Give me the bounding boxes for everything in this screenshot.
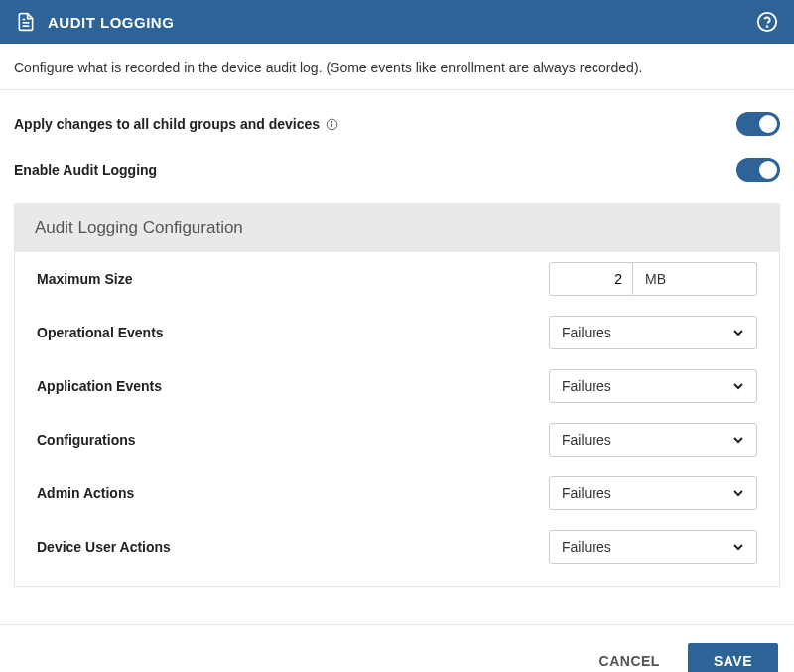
save-button[interactable]: SAVE — [688, 643, 778, 672]
header-bar: AUDIT LOGGING — [0, 0, 794, 44]
application-events-select-wrap: Failures — [549, 369, 757, 403]
maximum-size-input[interactable] — [549, 262, 633, 296]
configurations-select-wrap: Failures — [549, 423, 757, 457]
svg-point-7 — [331, 121, 332, 122]
admin-actions-label: Admin Actions — [37, 485, 134, 501]
operational-events-select-wrap: Failures — [549, 316, 757, 349]
admin-actions-select-wrap: Failures — [549, 476, 757, 510]
device-user-actions-row: Device User Actions Failures — [15, 520, 779, 586]
page-title: AUDIT LOGGING — [48, 14, 174, 31]
admin-actions-select[interactable]: Failures — [549, 476, 757, 510]
enable-logging-toggle[interactable] — [736, 158, 780, 182]
description-text: Configure what is recorded in the device… — [0, 44, 794, 90]
info-icon[interactable] — [326, 118, 338, 131]
admin-actions-row: Admin Actions Failures — [15, 467, 779, 520]
device-user-actions-label: Device User Actions — [37, 539, 171, 555]
config-panel: Audit Logging Configuration Maximum Size… — [14, 203, 780, 587]
apply-child-groups-row: Apply changes to all child groups and de… — [14, 112, 780, 136]
enable-audit-logging-label: Enable Audit Logging — [14, 162, 157, 178]
device-user-actions-select-wrap: Failures — [549, 530, 757, 564]
help-icon[interactable] — [756, 11, 778, 33]
configurations-label: Configurations — [37, 432, 136, 448]
chevron-down-icon — [732, 487, 744, 499]
admin-actions-value: Failures — [562, 485, 611, 501]
configurations-row: Configurations Failures — [15, 413, 779, 467]
maximum-size-row: Maximum Size MB — [15, 252, 779, 306]
configurations-value: Failures — [562, 432, 611, 448]
device-user-actions-value: Failures — [562, 539, 611, 555]
application-events-select[interactable]: Failures — [549, 369, 757, 403]
maximum-size-label: Maximum Size — [37, 271, 132, 287]
application-events-row: Application Events Failures — [15, 359, 779, 413]
configurations-select[interactable]: Failures — [549, 423, 757, 457]
document-icon — [16, 11, 36, 33]
chevron-down-icon — [732, 541, 744, 553]
toggle-knob — [759, 161, 777, 179]
device-user-actions-select[interactable]: Failures — [549, 530, 757, 564]
operational-events-value: Failures — [562, 325, 611, 340]
toggle-knob — [759, 115, 777, 133]
chevron-down-icon — [732, 380, 744, 392]
operational-events-row: Operational Events Failures — [15, 306, 779, 359]
footer-actions: CANCEL SAVE — [0, 624, 794, 672]
chevron-down-icon — [732, 434, 744, 446]
application-events-value: Failures — [562, 378, 611, 394]
svg-point-4 — [767, 26, 768, 27]
apply-child-label-text: Apply changes to all child groups and de… — [14, 116, 320, 132]
apply-child-groups-label: Apply changes to all child groups and de… — [14, 116, 338, 132]
operational-events-label: Operational Events — [37, 325, 164, 340]
apply-child-toggle[interactable] — [736, 112, 780, 136]
maximum-size-control: MB — [549, 262, 757, 296]
maximum-size-unit: MB — [633, 262, 757, 296]
enable-audit-logging-row: Enable Audit Logging — [14, 158, 780, 182]
content-area: Apply changes to all child groups and de… — [0, 90, 794, 597]
chevron-down-icon — [732, 327, 744, 338]
config-section-title: Audit Logging Configuration — [15, 204, 779, 252]
operational-events-select[interactable]: Failures — [549, 316, 757, 349]
application-events-label: Application Events — [37, 378, 162, 394]
header-left: AUDIT LOGGING — [16, 11, 174, 33]
cancel-button[interactable]: CANCEL — [599, 653, 660, 669]
enable-logging-label-text: Enable Audit Logging — [14, 162, 157, 178]
